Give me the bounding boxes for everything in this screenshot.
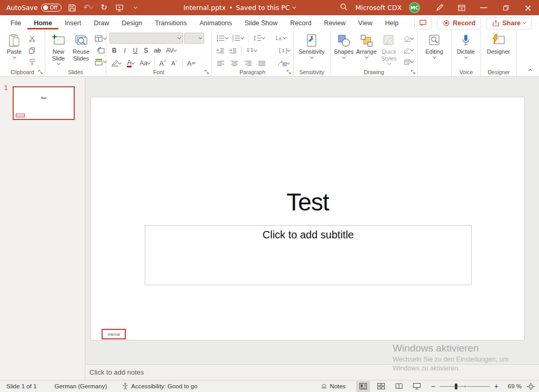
columns-button[interactable] (244, 45, 258, 56)
character-spacing-button[interactable]: AV (164, 45, 178, 56)
justify-button[interactable] (255, 58, 268, 69)
new-slide-button[interactable]: New Slide (47, 32, 69, 67)
ribbon-display-button[interactable] (451, 0, 473, 15)
convert-to-smartart-button[interactable] (274, 58, 292, 69)
numbering-button[interactable]: 123 (231, 33, 245, 44)
slide-title-text[interactable]: Test (91, 188, 524, 216)
language-indicator[interactable]: German (Germany) (55, 383, 107, 389)
tab-draw[interactable]: Draw (87, 16, 115, 29)
cut-button[interactable] (26, 33, 38, 44)
decrease-indent-button[interactable] (215, 45, 226, 56)
strikethrough-button[interactable]: ab (152, 45, 163, 56)
slide-canvas[interactable]: Test Click to add subtitle Internal (91, 97, 525, 340)
slideshow-view-button[interactable] (410, 381, 424, 392)
shape-fill-button[interactable] (401, 33, 415, 44)
designer-button[interactable]: Designer (482, 32, 515, 55)
underline-button[interactable]: U (131, 45, 140, 56)
sensitivity-button[interactable]: Sensitivity (295, 32, 328, 59)
arrange-button[interactable]: Arrange (355, 32, 377, 67)
share-button[interactable]: Share (486, 17, 532, 29)
redo-button[interactable]: ↻ (98, 3, 109, 13)
notes-toggle-button[interactable]: Notes (320, 383, 346, 390)
ink-button[interactable] (428, 0, 451, 15)
font-size-combobox[interactable] (184, 33, 204, 44)
start-presentation-button[interactable] (114, 3, 125, 13)
autosave-toggle[interactable]: AutoSave Off (6, 4, 62, 12)
tab-home[interactable]: Home (27, 16, 58, 29)
zoom-slider[interactable] (440, 386, 490, 387)
dictate-button[interactable]: Dictate (453, 32, 479, 59)
bullets-button[interactable] (215, 33, 229, 44)
subtitle-placeholder[interactable]: Click to add subtitle (145, 225, 472, 285)
slide-counter[interactable]: Slide 1 of 1 (6, 383, 37, 389)
fit-slide-to-window-button[interactable] (527, 383, 535, 390)
normal-view-button[interactable] (356, 381, 370, 392)
minimize-button[interactable]: — (473, 0, 495, 15)
restore-button[interactable] (495, 0, 517, 15)
shape-effects-button[interactable] (401, 56, 415, 67)
tab-file[interactable]: File (4, 16, 27, 29)
increase-indent-button[interactable] (227, 45, 238, 56)
comments-button[interactable] (414, 17, 432, 29)
zoom-percentage[interactable]: 69 % (505, 383, 522, 389)
editing-button[interactable]: Editing (419, 32, 450, 59)
decrease-font-size-button[interactable]: Aˇ (169, 58, 179, 69)
tab-help[interactable]: Help (378, 16, 405, 29)
tab-animations[interactable]: Animations (193, 16, 238, 29)
zoom-out-button[interactable]: − (431, 382, 435, 390)
text-direction-button[interactable]: A (272, 33, 288, 44)
save-button[interactable] (67, 3, 77, 13)
shape-outline-button[interactable] (401, 45, 415, 56)
copy-button[interactable] (26, 45, 38, 56)
italic-button[interactable]: I (120, 45, 129, 56)
avatar[interactable]: MC (409, 2, 420, 13)
increase-font-size-button[interactable]: Aˆ (157, 58, 168, 69)
collapse-ribbon-chevron-icon[interactable] (528, 69, 532, 73)
document-title[interactable]: Internal.pptx • Saved to this PC (184, 4, 296, 12)
zoom-slider-handle[interactable] (455, 384, 457, 389)
close-button[interactable]: × (517, 0, 539, 15)
accessibility-status[interactable]: Accessibility: Good to go (122, 383, 197, 390)
record-button[interactable]: Record (437, 17, 481, 29)
shapes-button[interactable]: Shapes (333, 32, 355, 67)
bold-button[interactable]: B (109, 45, 119, 56)
autosave-pill[interactable]: Off (41, 4, 62, 12)
align-left-button[interactable] (215, 58, 227, 69)
group-slides: New Slide Reuse Slides (45, 31, 106, 76)
paragraph-dialog-launcher[interactable] (286, 69, 292, 75)
quick-styles-button[interactable]: Quick Styles (378, 32, 400, 67)
zoom-in-button[interactable]: + (494, 382, 498, 390)
reuse-slides-button[interactable]: Reuse Slides (70, 32, 92, 67)
customize-toolbar-button[interactable] (130, 3, 141, 13)
drawing-dialog-launcher[interactable] (411, 69, 416, 75)
font-name-combobox[interactable] (109, 33, 183, 44)
format-painter-button[interactable] (26, 56, 38, 67)
tab-insert[interactable]: Insert (58, 16, 87, 29)
designer-icon (491, 34, 506, 47)
search-button[interactable] (340, 3, 348, 12)
tab-record[interactable]: Record (284, 16, 317, 29)
tab-view[interactable]: View (352, 16, 379, 29)
align-center-button[interactable] (228, 58, 241, 69)
text-shadow-button[interactable]: S (141, 45, 151, 56)
notes-pane[interactable]: Click to add notes (85, 364, 539, 380)
slide-sorter-view-button[interactable] (374, 381, 388, 392)
highlight-color-button[interactable] (109, 58, 123, 69)
clipboard-dialog-launcher[interactable] (38, 69, 43, 75)
slide-thumbnail[interactable]: Test Internal (13, 86, 75, 120)
tab-review[interactable]: Review (318, 16, 352, 29)
align-text-button[interactable] (277, 45, 292, 56)
tab-design[interactable]: Design (115, 16, 148, 29)
clear-formatting-button[interactable]: A (185, 58, 197, 69)
tab-slide-show[interactable]: Slide Show (238, 16, 284, 29)
change-case-button[interactable]: Aa (138, 58, 152, 69)
paste-button[interactable]: Paste (3, 32, 25, 67)
font-dialog-launcher[interactable] (204, 69, 209, 75)
account-name[interactable]: Microsoft CDX (355, 4, 402, 12)
font-color-button[interactable]: A (124, 58, 137, 69)
align-right-button[interactable] (242, 58, 255, 69)
line-spacing-button[interactable] (251, 33, 267, 44)
undo-button[interactable]: ↶ (83, 3, 93, 13)
tab-transitions[interactable]: Transitions (148, 16, 193, 29)
reading-view-button[interactable] (392, 381, 406, 392)
